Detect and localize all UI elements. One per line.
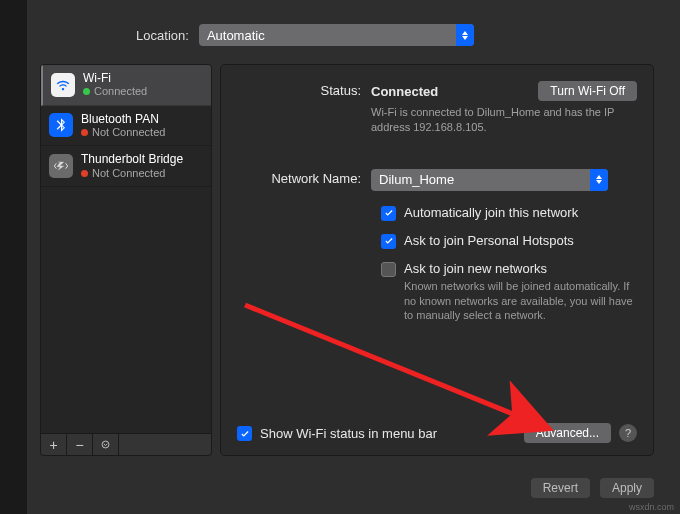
main-panel: Status: Connected Turn Wi-Fi Off Wi-Fi i… bbox=[220, 64, 654, 456]
sidebar-item-status: Not Connected bbox=[92, 126, 165, 139]
sidebar-item-status: Not Connected bbox=[92, 167, 165, 180]
network-name-select[interactable]: Dilum_Home bbox=[371, 169, 608, 191]
sidebar-item-label: Bluetooth PAN bbox=[81, 112, 165, 126]
service-actions-button[interactable] bbox=[93, 434, 119, 455]
show-status-label: Show Wi-Fi status in menu bar bbox=[260, 426, 437, 441]
sidebar-footer: + − bbox=[40, 434, 212, 456]
status-dot-icon bbox=[81, 170, 88, 177]
ask-hotspot-checkbox[interactable] bbox=[381, 234, 396, 249]
status-value: Connected bbox=[371, 84, 438, 99]
add-service-button[interactable]: + bbox=[41, 434, 67, 455]
ask-new-label: Ask to join new networks bbox=[404, 261, 634, 276]
status-description: Wi-Fi is connected to Dilum_Home and has… bbox=[371, 105, 637, 135]
chevron-updown-icon bbox=[456, 24, 474, 46]
location-label: Location: bbox=[136, 28, 189, 43]
turn-wifi-off-button[interactable]: Turn Wi-Fi Off bbox=[538, 81, 637, 101]
location-select[interactable]: Automatic bbox=[199, 24, 474, 46]
thunderbolt-icon bbox=[49, 154, 73, 178]
remove-service-button[interactable]: − bbox=[67, 434, 93, 455]
status-dot-icon bbox=[81, 129, 88, 136]
sidebar-item-label: Thunderbolt Bridge bbox=[81, 152, 183, 166]
chevron-updown-icon bbox=[590, 169, 608, 191]
advanced-button[interactable]: Advanced... bbox=[524, 423, 611, 443]
watermark: wsxdn.com bbox=[629, 502, 674, 512]
status-dot-icon bbox=[83, 88, 90, 95]
auto-join-checkbox[interactable] bbox=[381, 206, 396, 221]
network-name-value: Dilum_Home bbox=[379, 172, 454, 187]
sidebar-item-status: Connected bbox=[94, 85, 147, 98]
apply-button[interactable]: Apply bbox=[600, 478, 654, 498]
sidebar-item-thunderbolt[interactable]: Thunderbolt Bridge Not Connected bbox=[41, 146, 211, 187]
ask-new-checkbox[interactable] bbox=[381, 262, 396, 277]
network-name-label: Network Name: bbox=[231, 169, 371, 186]
ask-hotspot-label: Ask to join Personal Hotspots bbox=[404, 233, 574, 248]
svg-point-0 bbox=[102, 441, 109, 448]
revert-button[interactable]: Revert bbox=[531, 478, 590, 498]
wifi-icon bbox=[51, 73, 75, 97]
ask-new-description: Known networks will be joined automatica… bbox=[404, 279, 634, 324]
sidebar-item-wifi[interactable]: Wi-Fi Connected bbox=[41, 65, 211, 106]
sidebar-item-label: Wi-Fi bbox=[83, 71, 147, 85]
show-status-checkbox[interactable] bbox=[237, 426, 252, 441]
network-service-list: Wi-Fi Connected Bluetooth PAN Not Connec… bbox=[40, 64, 212, 434]
status-label: Status: bbox=[231, 81, 371, 98]
help-button[interactable]: ? bbox=[619, 424, 637, 442]
sidebar-item-bluetooth-pan[interactable]: Bluetooth PAN Not Connected bbox=[41, 106, 211, 147]
bluetooth-icon bbox=[49, 113, 73, 137]
auto-join-label: Automatically join this network bbox=[404, 205, 578, 220]
location-value: Automatic bbox=[207, 28, 265, 43]
